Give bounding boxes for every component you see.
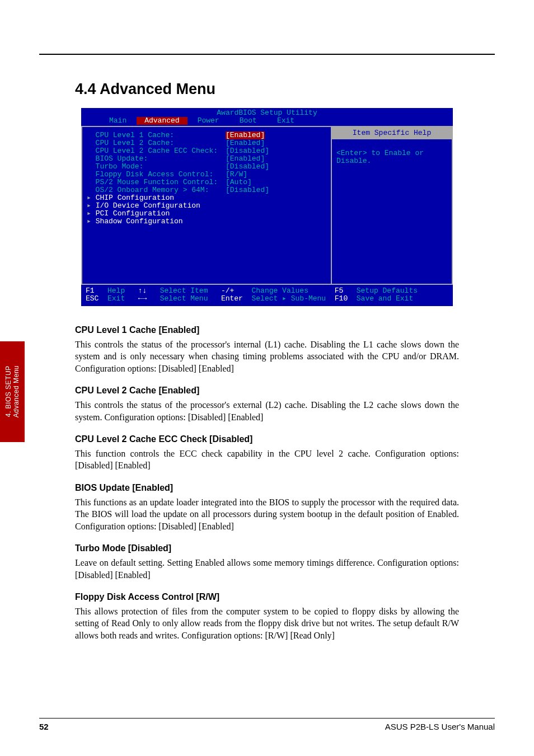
bios-submenu-item[interactable]: ▸ PCI Configuration: [87, 210, 326, 218]
setting-heading: Floppy Disk Access Control [R/W]: [75, 591, 459, 603]
bios-setting-row[interactable]: OS/2 Onboard Memory > 64M: [Disabled]: [87, 186, 326, 194]
doc-title: ASUS P2B-LS User's Manual: [385, 722, 495, 731]
bios-setting-value[interactable]: [Enabled]: [226, 139, 265, 147]
setting-body: This functions as an update loader integ…: [75, 496, 459, 533]
bios-setting-row[interactable]: CPU Level 2 Cache: [Enabled]: [87, 139, 326, 147]
bios-help-title: Item Specific Help: [332, 127, 452, 139]
bios-setting-label: BIOS Update:: [87, 155, 226, 163]
bios-setting-label: OS/2 Onboard Memory > 64M:: [87, 186, 226, 194]
bios-menu-boot[interactable]: Boot: [229, 117, 267, 125]
bios-menu-bar[interactable]: Main Advanced Power Boot Exit: [81, 117, 453, 126]
bios-help-body: <Enter> to Enable or Disable.: [336, 149, 447, 165]
submenu-arrow-icon: ▸: [87, 209, 96, 218]
bios-setting-value[interactable]: [Disabled]: [226, 186, 269, 194]
body-text: CPU Level 1 Cache [Enabled]This controls…: [75, 324, 459, 641]
page-number: 52: [39, 722, 49, 731]
bios-main-panel: CPU Level 1 Cache: [Enabled] CPU Level 2…: [82, 127, 331, 284]
bios-setting-row[interactable]: Floppy Disk Access Control: [R/W]: [87, 171, 326, 179]
bios-setting-row[interactable]: CPU Level 1 Cache: [Enabled]: [87, 132, 326, 139]
bios-menu-exit[interactable]: Exit: [267, 117, 305, 125]
bios-setting-label: CPU Level 1 Cache:: [87, 132, 226, 139]
bios-setting-value[interactable]: [Auto]: [226, 179, 252, 186]
bios-setting-label: Floppy Disk Access Control:: [87, 171, 226, 179]
bios-screenshot: AwardBIOS Setup Utility Main Advanced Po…: [81, 108, 453, 306]
setting-body: This controls the status of the processo…: [75, 399, 459, 423]
bios-setting-label: CPU Level 2 Cache:: [87, 139, 226, 147]
bios-setting-label: PS/2 Mouse Function Control:: [87, 179, 226, 186]
setting-heading: Turbo Mode [Disabled]: [75, 542, 459, 555]
bios-setting-row[interactable]: Turbo Mode: [Disabled]: [87, 163, 326, 171]
header-rule: [39, 45, 495, 55]
bios-setting-label: Turbo Mode:: [87, 163, 226, 171]
bios-setting-value[interactable]: [Disabled]: [226, 163, 269, 171]
bios-menu-advanced[interactable]: Advanced: [137, 117, 187, 125]
bios-footer: F1 Help ↑↓ Select Item -/+ Change Values…: [81, 285, 453, 306]
setting-body: This controls the status of the processo…: [75, 339, 459, 375]
bios-help-panel: Item Specific Help <Enter> to Enable or …: [332, 127, 452, 284]
bios-submenu-item[interactable]: ▸ CHIP Configuration: [87, 194, 326, 202]
setting-body: Leave on default setting. Setting Enable…: [75, 557, 459, 581]
setting-heading: CPU Level 2 Cache [Enabled]: [75, 384, 459, 397]
bios-menu-power[interactable]: Power: [188, 117, 229, 125]
bios-submenu-item[interactable]: ▸ Shadow Configuration: [87, 218, 326, 226]
bios-menu-main[interactable]: Main: [99, 117, 137, 125]
page-footer: 52 ASUS P2B-LS User's Manual: [39, 718, 495, 731]
setting-body: This allows protection of files from the…: [75, 605, 459, 642]
submenu-arrow-icon: ▸: [87, 217, 96, 226]
bios-setting-value[interactable]: [Enabled]: [226, 132, 265, 139]
setting-body: This function controls the ECC check cap…: [75, 448, 459, 472]
submenu-arrow-icon: ▸: [87, 194, 96, 202]
bios-setting-row[interactable]: CPU Level 2 Cache ECC Check: [Disabled]: [87, 147, 326, 155]
bios-setting-row[interactable]: PS/2 Mouse Function Control: [Auto]: [87, 179, 326, 186]
bios-setting-value[interactable]: [Enabled]: [226, 155, 265, 163]
bios-submenu-item[interactable]: ▸ I/O Device Configuration: [87, 202, 326, 210]
section-title: 4.4 Advanced Menu: [75, 81, 495, 98]
bios-setting-value[interactable]: [R/W]: [226, 171, 247, 179]
bios-window-title: AwardBIOS Setup Utility: [81, 108, 453, 117]
setting-heading: BIOS Update [Enabled]: [75, 482, 459, 494]
bios-setting-value[interactable]: [Disabled]: [226, 147, 269, 155]
bios-setting-row[interactable]: BIOS Update: [Enabled]: [87, 155, 326, 163]
submenu-arrow-icon: ▸: [87, 201, 96, 210]
bios-setting-label: CPU Level 2 Cache ECC Check:: [87, 147, 226, 155]
setting-heading: CPU Level 2 Cache ECC Check [Disabled]: [75, 433, 459, 445]
setting-heading: CPU Level 1 Cache [Enabled]: [75, 324, 459, 336]
